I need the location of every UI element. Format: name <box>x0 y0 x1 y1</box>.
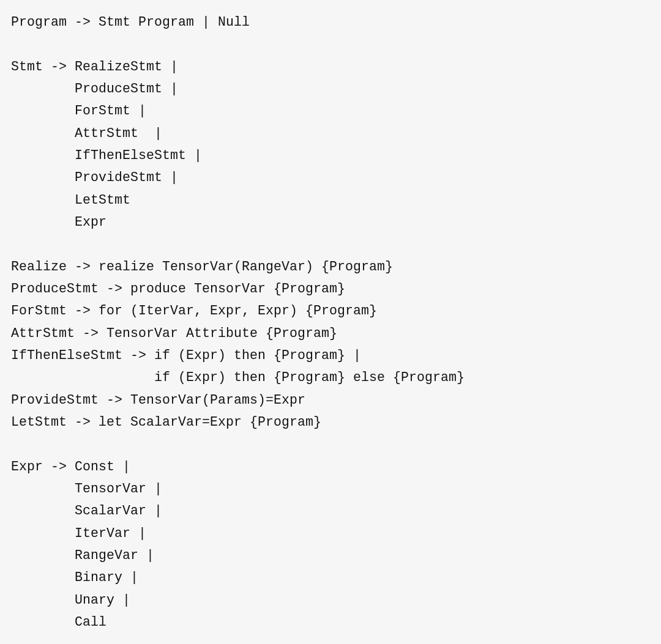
grammar-code-block: Program -> Stmt Program | Null Stmt -> R… <box>0 0 661 644</box>
